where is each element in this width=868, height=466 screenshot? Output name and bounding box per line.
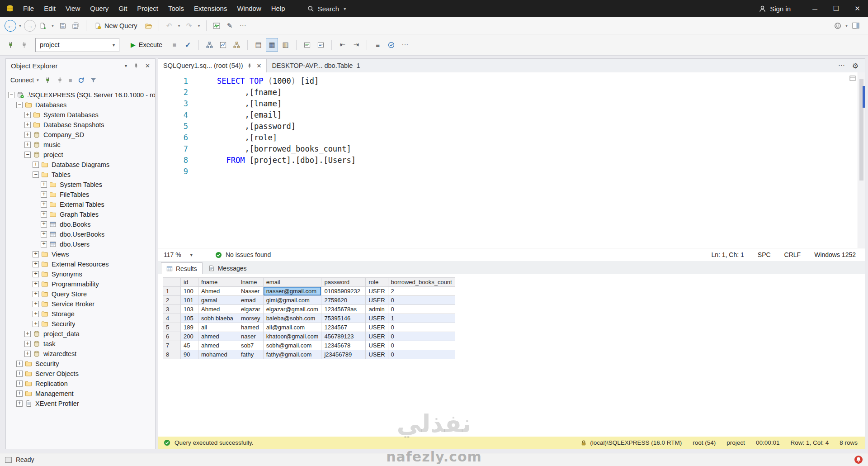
expand-icon[interactable]: + [41, 211, 47, 218]
grid-cell-fname[interactable]: ahmed [198, 332, 238, 341]
grid-cell-email[interactable]: fathy@gmail.com [263, 350, 321, 359]
expand-icon[interactable]: + [33, 162, 39, 168]
grid-cell-id[interactable]: 105 [181, 314, 198, 323]
grid-cell-id[interactable]: 90 [181, 350, 198, 359]
grid-row-number[interactable]: 8 [163, 350, 181, 359]
grid-header-id[interactable]: id [181, 278, 198, 287]
expand-icon[interactable]: + [33, 271, 39, 277]
sql-editor[interactable]: 123456789 SELECT TOP (1000) [id] ,[fname… [158, 72, 865, 248]
tree-item-views[interactable]: +Views [6, 249, 155, 259]
expand-icon[interactable]: + [24, 122, 31, 128]
grid-cell-role[interactable]: USER [366, 323, 388, 332]
expand-icon[interactable]: + [24, 112, 31, 118]
grid-cell-fname[interactable]: mohamed [198, 350, 238, 359]
oe-refresh-icon[interactable] [78, 77, 85, 84]
increase-indent-button[interactable]: ⇥ [350, 38, 362, 52]
grid-header-password[interactable]: password [321, 278, 366, 287]
collapse-icon[interactable]: − [33, 171, 39, 178]
tree-item-system-databases[interactable]: +System Databases [6, 110, 155, 120]
tree-item-graph-tables[interactable]: +Graph Tables [6, 209, 155, 219]
tree-item-programmability[interactable]: +Programmability [6, 279, 155, 289]
grid-cell-email[interactable]: baleba@sobh.com [263, 314, 321, 323]
expand-icon[interactable]: + [16, 380, 23, 387]
cancel-query-button[interactable]: ■ [168, 38, 180, 52]
split-editor-icon[interactable] [849, 76, 856, 81]
tree-item-service-broker[interactable]: +Service Broker [6, 299, 155, 309]
expand-icon[interactable]: + [24, 331, 31, 337]
execute-button[interactable]: ▶ Execute [126, 38, 167, 52]
tree-item-dbo-userbooks[interactable]: +dbo.UserBooks [6, 229, 155, 239]
parse-query-button[interactable]: ✓ [182, 38, 194, 52]
zoom-combo[interactable]: 117 % ▾ [164, 251, 197, 258]
tree-item-management[interactable]: +Management [6, 389, 155, 399]
tree-item-dbo-books[interactable]: +dbo.Books [6, 219, 155, 229]
tree-item-replication[interactable]: +Replication [6, 379, 155, 389]
grid-cell-email[interactable]: elgazar@gmail.com [263, 305, 321, 314]
tree-item-music[interactable]: +music [6, 140, 155, 150]
tab-close-icon[interactable]: ✕ [256, 62, 261, 69]
grid-cell-fname[interactable]: sobh blaeba [198, 314, 238, 323]
grid-header-borrowed-books-count[interactable]: borrowed_books_count [388, 278, 455, 287]
include-live-statistics-button[interactable] [217, 38, 229, 52]
expand-icon[interactable]: + [41, 201, 47, 208]
code-line[interactable]: ,[email] [217, 109, 854, 121]
code-line[interactable]: ,[role] [217, 132, 854, 143]
grid-cell-password[interactable]: 12345678as [321, 305, 366, 314]
maximize-button[interactable]: ☐ [826, 0, 847, 17]
panel-close-icon[interactable]: ✕ [145, 62, 150, 69]
tree-item-wizaredtest[interactable]: +wizaredtest [6, 349, 155, 359]
activity-monitor-button[interactable] [211, 19, 223, 33]
intellisense-button[interactable]: ≡ [372, 38, 384, 52]
grid-cell-email[interactable]: gimi@gmail.com [263, 296, 321, 305]
grid-row-number[interactable]: 3 [163, 305, 181, 314]
tree-item-external-resources[interactable]: +External Resources [6, 259, 155, 269]
pin-icon[interactable] [133, 63, 139, 69]
grid-cell-id[interactable]: 200 [181, 332, 198, 341]
tab-sqlquery1[interactable]: SQLQuery1.sq... (root (54)) ✕ [158, 59, 267, 72]
grid-cell-password[interactable]: 456789123 [321, 332, 366, 341]
expand-icon[interactable]: + [41, 221, 47, 228]
grid-cell-lname[interactable]: fathy [238, 350, 264, 359]
grid-cell-lname[interactable]: morsey [238, 314, 264, 323]
uncomment-button[interactable] [315, 38, 327, 52]
code-line[interactable] [217, 166, 854, 177]
menu-tools[interactable]: Tools [163, 0, 189, 17]
grid-cell-lname[interactable]: sob7 [238, 341, 264, 350]
save-button[interactable] [57, 19, 69, 33]
grid-cell-lname[interactable]: hamed [238, 323, 264, 332]
redo-button[interactable]: ↷ [183, 19, 195, 33]
tree-item-project[interactable]: −project [6, 150, 155, 160]
expand-icon[interactable]: + [16, 390, 23, 397]
collapse-icon[interactable]: − [24, 152, 31, 158]
tree-item-tables[interactable]: −Tables [6, 170, 155, 180]
connect-dropdown[interactable]: Connect ▾ [10, 76, 39, 84]
expand-icon[interactable]: + [41, 191, 47, 198]
tree-item-query-store[interactable]: +Query Store [6, 289, 155, 299]
undo-button[interactable]: ↶ [163, 19, 175, 33]
oe-filter-icon[interactable] [90, 77, 97, 84]
expand-icon[interactable]: + [16, 371, 23, 377]
menu-query[interactable]: Query [85, 0, 113, 17]
expand-icon[interactable]: + [33, 281, 39, 287]
tree-item-database-diagrams[interactable]: +Database Diagrams [6, 160, 155, 170]
tab-table-designer[interactable]: DESKTOP-AVP... dbo.Table_1 [267, 59, 365, 72]
grid-row-number[interactable]: 4 [163, 314, 181, 323]
tree-item-xevent-profiler[interactable]: +XEvent Profiler [6, 399, 155, 409]
grid-header-fname[interactable]: fname [198, 278, 238, 287]
grid-cell-lname[interactable]: elgazar [238, 305, 264, 314]
grid-header-role[interactable]: role [366, 278, 388, 287]
code-line[interactable]: ,[password] [217, 121, 854, 132]
code-line[interactable]: ,[borrowed_books_count] [217, 143, 854, 155]
tree-item-server-objects[interactable]: +Server Objects [6, 369, 155, 379]
grid-row-number[interactable]: 6 [163, 332, 181, 341]
grid-cell-role[interactable]: USER [366, 332, 388, 341]
tab-overflow-icon[interactable]: ⋯ [838, 62, 845, 70]
code-area[interactable]: SELECT TOP (1000) [id] ,[fname] ,[lname]… [217, 76, 854, 177]
grid-corner[interactable] [163, 278, 181, 287]
results-to-file-button[interactable]: ▥ [279, 38, 292, 52]
menu-help[interactable]: Help [266, 0, 290, 17]
grid-cell-email[interactable]: nasser@gmail.com [263, 287, 321, 296]
grid-cell-email[interactable]: sobh@gmail.com [263, 341, 321, 350]
undo-caret[interactable]: ▾ [176, 19, 182, 33]
grid-cell-role[interactable]: USER [366, 287, 388, 296]
